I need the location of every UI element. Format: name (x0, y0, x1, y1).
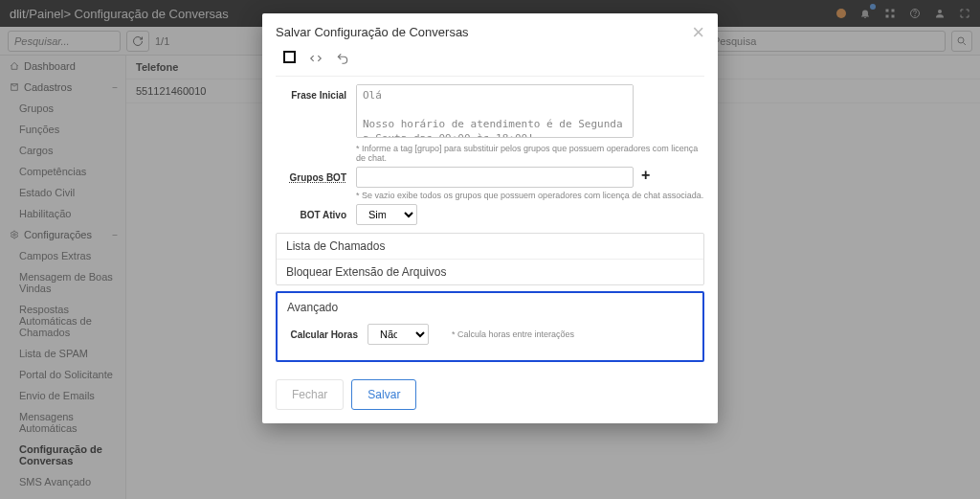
calcular-horas-select[interactable]: Não (368, 324, 429, 345)
add-grupo-button[interactable]: + (641, 167, 650, 184)
bot-ativo-label: BOT Ativo (276, 204, 346, 220)
calcular-horas-hint: * Calcula horas entre interações (452, 329, 574, 339)
grupos-bot-input[interactable] (356, 167, 634, 188)
frase-inicial-hint: * Informe a tag [grupo] para substituir … (356, 144, 704, 163)
advanced-title[interactable]: Avançado (287, 301, 693, 314)
undo-icon[interactable] (336, 52, 349, 65)
frase-inicial-label: Frase Inicial (276, 84, 346, 101)
view-mode-icon[interactable] (283, 51, 296, 66)
grupos-bot-label: Grupos BOT (276, 167, 346, 183)
calcular-horas-label: Calcular Horas (287, 329, 358, 340)
code-mode-icon[interactable] (309, 52, 323, 65)
fechar-button[interactable]: Fechar (276, 379, 344, 410)
grupos-bot-hint: * Se vazio exibe todos os grupos que pos… (356, 191, 704, 200)
salvar-button[interactable]: Salvar (351, 379, 416, 410)
close-icon[interactable]: × (692, 26, 704, 39)
modal-title: Salvar Configuração de Conversas (276, 25, 469, 39)
modal-overlay: Salvar Configuração de Conversas × Frase… (0, 0, 980, 499)
accordion-lista-chamados[interactable]: Lista de Chamados (277, 234, 703, 260)
advanced-panel: Avançado Calcular Horas Não * Calcula ho… (276, 291, 704, 362)
frase-inicial-textarea[interactable] (356, 84, 634, 138)
bot-ativo-select[interactable]: Sim (356, 204, 417, 225)
modal: Salvar Configuração de Conversas × Frase… (262, 13, 718, 423)
accordion-bloquear-ext[interactable]: Bloquear Extensão de Arquivos (277, 260, 703, 284)
